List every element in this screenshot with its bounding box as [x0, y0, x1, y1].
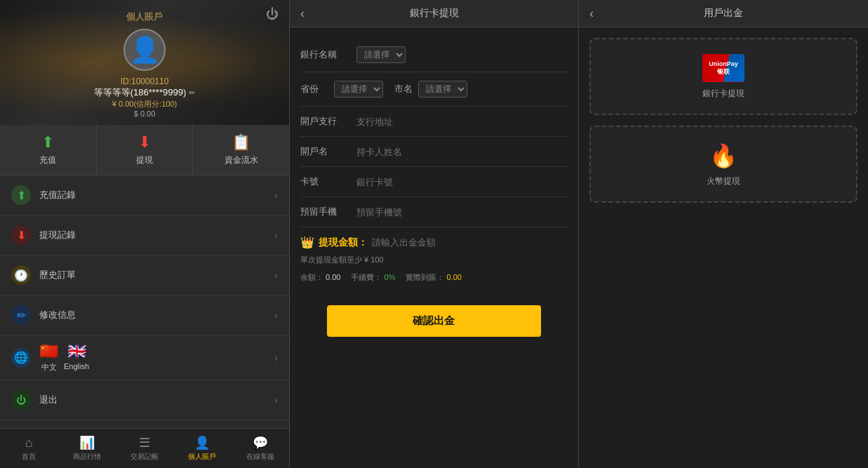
sidebar-item-edit-info[interactable]: ✏ 修改信息 ›	[0, 295, 289, 335]
nav-service-label: 在線客服	[246, 452, 274, 462]
balance-cny: ¥ 0.00(信用分:100)	[7, 99, 282, 109]
sidebar-item-deposit-record[interactable]: ⬆ 充值記錄 ›	[0, 175, 289, 215]
right-back-button[interactable]: ‹	[589, 6, 594, 21]
nav-market[interactable]: 📊 商品行情	[58, 432, 115, 464]
unionpay-icon: UnionPay银联	[702, 54, 745, 82]
huobi-option[interactable]: 🔥 火幣提現	[589, 126, 857, 203]
city-select[interactable]: 請選擇	[418, 81, 467, 98]
nav-trade-label: 交易記帳	[131, 452, 159, 462]
amount-stats: 余額： 0.00 手續費： 0% 實際到賬： 0.00	[300, 272, 568, 283]
trade-icon: ☰	[139, 435, 150, 450]
card-no-label: 卡號	[300, 175, 356, 188]
nav-home[interactable]: ⌂ 首頁	[0, 432, 58, 464]
fund-flow-icon: 📋	[232, 133, 251, 152]
chevron-right-icon: ›	[274, 189, 278, 201]
balance-usd: $ 0.00	[7, 109, 282, 118]
english-lang-label: English	[64, 362, 89, 370]
fee-stat: 手續費： 0%	[351, 272, 395, 283]
middle-panel: ‹ 銀行卡提現 銀行名稱 請選擇 省份 請選擇 市名 請選擇 開戶支行	[289, 0, 579, 468]
english-lang-option[interactable]: 🇬🇧 English	[64, 342, 89, 373]
language-section[interactable]: 🌐 🇨🇳 中文 🇬🇧 English ›	[0, 335, 289, 380]
amount-input[interactable]	[372, 237, 568, 248]
deposit-record-icon: ⬆	[11, 185, 31, 205]
withdraw-label: 提現	[136, 154, 153, 166]
chevron-right-icon-6: ›	[274, 394, 278, 406]
huobi-label: 火幣提現	[707, 175, 740, 187]
chevron-right-icon-3: ›	[274, 269, 278, 281]
logout-icon: ⏻	[11, 390, 31, 410]
account-name-input[interactable]	[356, 147, 568, 157]
deposit-button[interactable]: ⬆ 充值	[0, 125, 97, 175]
edit-info-icon: ✏	[11, 305, 31, 325]
chinese-flag-icon: 🇨🇳	[39, 342, 58, 361]
avatar: 👤	[123, 29, 166, 71]
fund-flow-button[interactable]: 📋 資金流水	[193, 125, 289, 175]
home-icon: ⌂	[25, 436, 33, 450]
amount-title: 提現金額：	[319, 236, 368, 249]
huobi-logo: 🔥	[709, 142, 737, 170]
right-panel-title: 用戶出金	[704, 7, 743, 20]
menu-list: ⬆ 充值記錄 › ⬇ 提現記錄 › 🕐 歷史訂單 › ✏ 修改信息 › 🌐 🇨🇳…	[0, 175, 289, 428]
unionpay-logo: UnionPay银联	[702, 54, 745, 82]
balance-stat: 余額： 0.00	[300, 272, 340, 283]
province-select[interactable]: 請選擇	[334, 81, 383, 98]
account-name-label: 開戶名	[300, 145, 356, 158]
power-icon[interactable]: ⏻	[266, 7, 279, 22]
middle-panel-title: 銀行卡提現	[410, 7, 459, 20]
sidebar-item-logout[interactable]: ⏻ 退出 ›	[0, 380, 289, 420]
chinese-lang-option[interactable]: 🇨🇳 中文	[39, 342, 58, 373]
branch-row: 開戶支行	[300, 107, 568, 137]
chinese-lang-label: 中文	[41, 362, 57, 373]
deposit-record-label: 充值記錄	[39, 189, 274, 201]
sidebar-item-history-orders[interactable]: 🕐 歷史訂單 ›	[0, 255, 289, 295]
branch-input[interactable]	[356, 116, 568, 127]
phone-row: 預留手機	[300, 197, 568, 227]
profile-header: ⏻ 個人賬戶 👤 ID:10000110 等等等等(186****9999) ✏…	[0, 0, 289, 125]
city-label: 市名	[394, 83, 413, 95]
card-no-input[interactable]	[356, 177, 568, 187]
payment-options: UnionPay银联 銀行卡提現 🔥 火幣提現	[579, 27, 868, 468]
crown-icon: 👑	[300, 236, 314, 249]
edit-icon[interactable]: ✏	[189, 88, 195, 98]
history-orders-label: 歷史訂單	[39, 269, 274, 281]
avatar-icon: 👤	[129, 37, 161, 62]
bottom-nav: ⌂ 首頁 📊 商品行情 ☰ 交易記帳 👤 個人賬戶 💬 在線客服	[0, 428, 289, 468]
amount-label-row: 👑 提現金額：	[300, 236, 568, 249]
nav-trade[interactable]: ☰ 交易記帳	[116, 432, 173, 464]
nav-home-label: 首頁	[22, 452, 36, 462]
confirm-withdraw-button[interactable]: 確認出金	[327, 305, 541, 337]
withdraw-record-label: 提現記錄	[39, 229, 274, 241]
bank-name-label: 銀行名稱	[300, 48, 356, 61]
fee-value: 0%	[385, 273, 396, 281]
province-city-row: 省份 請選擇 市名 請選擇	[300, 72, 568, 107]
amount-section: 👑 提現金額： 單次提現金額至少 ¥ 100 余額： 0.00 手續費： 0% …	[300, 227, 568, 291]
nav-account-label: 個人賬戶	[188, 452, 216, 462]
fund-flow-label: 資金流水	[225, 154, 258, 166]
nav-service[interactable]: 💬 在線客服	[232, 432, 289, 464]
card-no-row: 卡號	[300, 167, 568, 197]
chevron-right-icon-2: ›	[274, 229, 278, 241]
phone-input[interactable]	[356, 207, 568, 218]
withdraw-icon: ⬇	[138, 133, 151, 152]
profile-title: 個人賬戶	[7, 11, 282, 23]
bank-card-label: 銀行卡提現	[702, 88, 745, 100]
globe-icon: 🌐	[11, 348, 31, 368]
logout-label: 退出	[39, 394, 274, 406]
middle-back-button[interactable]: ‹	[300, 6, 305, 21]
withdraw-record-icon: ⬇	[11, 225, 31, 245]
middle-panel-header: ‹ 銀行卡提現	[290, 0, 578, 27]
edit-info-label: 修改信息	[39, 309, 274, 321]
province-label: 省份	[300, 83, 328, 95]
bank-withdraw-form: 銀行名稱 請選擇 省份 請選擇 市名 請選擇 開戶支行 開戶名	[290, 27, 578, 468]
account-name-row: 開戶名	[300, 137, 568, 167]
language-flags: 🇨🇳 中文 🇬🇧 English	[39, 342, 274, 373]
quick-actions: ⬆ 充值 ⬇ 提現 📋 資金流水	[0, 125, 289, 175]
nav-account[interactable]: 👤 個人賬戶	[173, 432, 231, 464]
bank-card-option[interactable]: UnionPay银联 銀行卡提現	[589, 38, 857, 115]
withdraw-button[interactable]: ⬇ 提現	[97, 125, 194, 175]
sidebar-item-withdraw-record[interactable]: ⬇ 提現記錄 ›	[0, 215, 289, 255]
deposit-label: 充值	[39, 154, 56, 166]
branch-label: 開戶支行	[300, 115, 356, 128]
user-id: ID:10000110	[7, 76, 282, 86]
bank-name-select[interactable]: 請選擇	[356, 46, 406, 63]
